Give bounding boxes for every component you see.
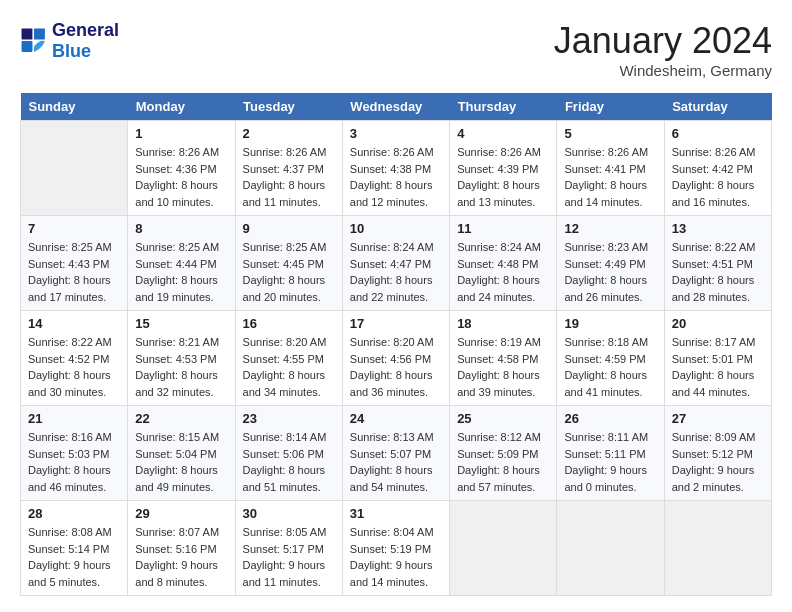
- day-info: Sunrise: 8:12 AMSunset: 5:09 PMDaylight:…: [457, 429, 549, 495]
- day-number: 14: [28, 316, 120, 331]
- calendar-cell: 10Sunrise: 8:24 AMSunset: 4:47 PMDayligh…: [342, 216, 449, 311]
- sunset-text: Sunset: 4:53 PM: [135, 351, 227, 368]
- sunrise-text: Sunrise: 8:24 AM: [350, 239, 442, 256]
- sunrise-text: Sunrise: 8:12 AM: [457, 429, 549, 446]
- logo-text-general: General: [52, 20, 119, 41]
- day-info: Sunrise: 8:18 AMSunset: 4:59 PMDaylight:…: [564, 334, 656, 400]
- calendar-cell: 31Sunrise: 8:04 AMSunset: 5:19 PMDayligh…: [342, 501, 449, 596]
- day-info: Sunrise: 8:23 AMSunset: 4:49 PMDaylight:…: [564, 239, 656, 305]
- logo: General Blue: [20, 20, 119, 61]
- day-number: 23: [243, 411, 335, 426]
- sunrise-text: Sunrise: 8:16 AM: [28, 429, 120, 446]
- day-number: 1: [135, 126, 227, 141]
- day-info: Sunrise: 8:26 AMSunset: 4:38 PMDaylight:…: [350, 144, 442, 210]
- day-number: 2: [243, 126, 335, 141]
- daylight-text: Daylight: 8 hours and 24 minutes.: [457, 272, 549, 305]
- sunset-text: Sunset: 4:51 PM: [672, 256, 764, 273]
- daylight-text: Daylight: 8 hours and 13 minutes.: [457, 177, 549, 210]
- page-header: General Blue January 2024 Windesheim, Ge…: [20, 20, 772, 79]
- sunset-text: Sunset: 5:14 PM: [28, 541, 120, 558]
- day-number: 31: [350, 506, 442, 521]
- daylight-text: Daylight: 8 hours and 11 minutes.: [243, 177, 335, 210]
- day-info: Sunrise: 8:13 AMSunset: 5:07 PMDaylight:…: [350, 429, 442, 495]
- daylight-text: Daylight: 8 hours and 26 minutes.: [564, 272, 656, 305]
- sunrise-text: Sunrise: 8:22 AM: [28, 334, 120, 351]
- day-number: 21: [28, 411, 120, 426]
- day-info: Sunrise: 8:26 AMSunset: 4:39 PMDaylight:…: [457, 144, 549, 210]
- day-number: 20: [672, 316, 764, 331]
- sunrise-text: Sunrise: 8:21 AM: [135, 334, 227, 351]
- sunrise-text: Sunrise: 8:23 AM: [564, 239, 656, 256]
- daylight-text: Daylight: 9 hours and 11 minutes.: [243, 557, 335, 590]
- sunset-text: Sunset: 4:47 PM: [350, 256, 442, 273]
- day-number: 27: [672, 411, 764, 426]
- daylight-text: Daylight: 9 hours and 0 minutes.: [564, 462, 656, 495]
- daylight-text: Daylight: 8 hours and 30 minutes.: [28, 367, 120, 400]
- day-info: Sunrise: 8:19 AMSunset: 4:58 PMDaylight:…: [457, 334, 549, 400]
- svg-rect-0: [22, 28, 33, 39]
- sunrise-text: Sunrise: 8:11 AM: [564, 429, 656, 446]
- daylight-text: Daylight: 9 hours and 2 minutes.: [672, 462, 764, 495]
- calendar-week-row: 28Sunrise: 8:08 AMSunset: 5:14 PMDayligh…: [21, 501, 772, 596]
- sunrise-text: Sunrise: 8:20 AM: [350, 334, 442, 351]
- location-title: Windesheim, Germany: [554, 62, 772, 79]
- calendar-cell: 29Sunrise: 8:07 AMSunset: 5:16 PMDayligh…: [128, 501, 235, 596]
- calendar-cell: 18Sunrise: 8:19 AMSunset: 4:58 PMDayligh…: [450, 311, 557, 406]
- weekday-header: Thursday: [450, 93, 557, 121]
- day-info: Sunrise: 8:20 AMSunset: 4:55 PMDaylight:…: [243, 334, 335, 400]
- calendar-cell: 14Sunrise: 8:22 AMSunset: 4:52 PMDayligh…: [21, 311, 128, 406]
- daylight-text: Daylight: 8 hours and 34 minutes.: [243, 367, 335, 400]
- daylight-text: Daylight: 8 hours and 20 minutes.: [243, 272, 335, 305]
- svg-rect-2: [22, 41, 33, 52]
- day-info: Sunrise: 8:07 AMSunset: 5:16 PMDaylight:…: [135, 524, 227, 590]
- day-info: Sunrise: 8:20 AMSunset: 4:56 PMDaylight:…: [350, 334, 442, 400]
- sunset-text: Sunset: 4:44 PM: [135, 256, 227, 273]
- sunrise-text: Sunrise: 8:13 AM: [350, 429, 442, 446]
- sunrise-text: Sunrise: 8:24 AM: [457, 239, 549, 256]
- day-info: Sunrise: 8:14 AMSunset: 5:06 PMDaylight:…: [243, 429, 335, 495]
- sunset-text: Sunset: 4:45 PM: [243, 256, 335, 273]
- svg-rect-1: [34, 28, 45, 39]
- sunset-text: Sunset: 4:36 PM: [135, 161, 227, 178]
- calendar-cell: 1Sunrise: 8:26 AMSunset: 4:36 PMDaylight…: [128, 121, 235, 216]
- day-number: 11: [457, 221, 549, 236]
- day-info: Sunrise: 8:22 AMSunset: 4:52 PMDaylight:…: [28, 334, 120, 400]
- calendar-cell: 21Sunrise: 8:16 AMSunset: 5:03 PMDayligh…: [21, 406, 128, 501]
- sunset-text: Sunset: 4:42 PM: [672, 161, 764, 178]
- calendar-cell: 11Sunrise: 8:24 AMSunset: 4:48 PMDayligh…: [450, 216, 557, 311]
- calendar-cell: 5Sunrise: 8:26 AMSunset: 4:41 PMDaylight…: [557, 121, 664, 216]
- sunrise-text: Sunrise: 8:25 AM: [28, 239, 120, 256]
- sunrise-text: Sunrise: 8:26 AM: [672, 144, 764, 161]
- day-info: Sunrise: 8:26 AMSunset: 4:41 PMDaylight:…: [564, 144, 656, 210]
- weekday-header: Wednesday: [342, 93, 449, 121]
- sunrise-text: Sunrise: 8:25 AM: [243, 239, 335, 256]
- sunrise-text: Sunrise: 8:04 AM: [350, 524, 442, 541]
- daylight-text: Daylight: 9 hours and 5 minutes.: [28, 557, 120, 590]
- day-info: Sunrise: 8:24 AMSunset: 4:48 PMDaylight:…: [457, 239, 549, 305]
- calendar-week-row: 21Sunrise: 8:16 AMSunset: 5:03 PMDayligh…: [21, 406, 772, 501]
- daylight-text: Daylight: 8 hours and 17 minutes.: [28, 272, 120, 305]
- day-info: Sunrise: 8:24 AMSunset: 4:47 PMDaylight:…: [350, 239, 442, 305]
- sunset-text: Sunset: 4:37 PM: [243, 161, 335, 178]
- day-info: Sunrise: 8:21 AMSunset: 4:53 PMDaylight:…: [135, 334, 227, 400]
- daylight-text: Daylight: 8 hours and 39 minutes.: [457, 367, 549, 400]
- weekday-header: Monday: [128, 93, 235, 121]
- sunrise-text: Sunrise: 8:09 AM: [672, 429, 764, 446]
- day-info: Sunrise: 8:26 AMSunset: 4:36 PMDaylight:…: [135, 144, 227, 210]
- sunset-text: Sunset: 5:09 PM: [457, 446, 549, 463]
- day-number: 7: [28, 221, 120, 236]
- calendar-cell: 16Sunrise: 8:20 AMSunset: 4:55 PMDayligh…: [235, 311, 342, 406]
- sunrise-text: Sunrise: 8:07 AM: [135, 524, 227, 541]
- sunset-text: Sunset: 5:03 PM: [28, 446, 120, 463]
- day-number: 26: [564, 411, 656, 426]
- calendar-cell: 8Sunrise: 8:25 AMSunset: 4:44 PMDaylight…: [128, 216, 235, 311]
- day-info: Sunrise: 8:25 AMSunset: 4:45 PMDaylight:…: [243, 239, 335, 305]
- calendar-cell: [664, 501, 771, 596]
- calendar-cell: 25Sunrise: 8:12 AMSunset: 5:09 PMDayligh…: [450, 406, 557, 501]
- sunset-text: Sunset: 5:01 PM: [672, 351, 764, 368]
- weekday-header: Saturday: [664, 93, 771, 121]
- calendar-cell: 9Sunrise: 8:25 AMSunset: 4:45 PMDaylight…: [235, 216, 342, 311]
- day-number: 29: [135, 506, 227, 521]
- day-number: 9: [243, 221, 335, 236]
- day-number: 10: [350, 221, 442, 236]
